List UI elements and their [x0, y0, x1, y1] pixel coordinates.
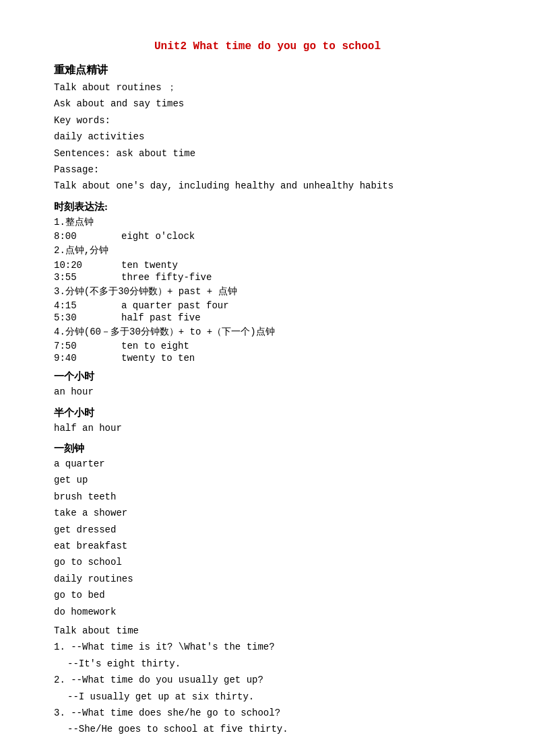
time-example-2a: 10:20 ten twenty	[54, 260, 481, 271]
time-expression-heading: 时刻表达法:	[54, 201, 481, 213]
dialogue-1-question: 1. --What time is it? \What's the time?	[54, 640, 481, 654]
dialogue-3: 3. --What time does she/he go to school?…	[54, 706, 481, 737]
vocab-item-4: get dressed	[54, 522, 481, 537]
vocab-item-3: take a shower	[54, 506, 481, 520]
time-example-3a: 4:15 a quarter past four	[54, 300, 481, 311]
time-section-1-label: 1.整点钟	[54, 215, 481, 230]
vocab-chinese-2: 半个小时	[54, 407, 481, 419]
dialogue-1: 1. --What time is it? \What's the time? …	[54, 640, 481, 671]
intro-line-1: Talk about routines ；	[54, 80, 481, 95]
intro-line-3: Key words:	[54, 113, 481, 128]
time-example-2b: 3:55 three fifty-five	[54, 272, 481, 283]
time-example-4b: 9:40 twenty to ten	[54, 353, 481, 364]
dialogue-2-answer: --I usually get up at six thirty.	[67, 689, 481, 704]
dialogue-3-question: 3. --What time does she/he go to school?	[54, 706, 481, 720]
intro-line-7: Talk about one's day, including healthy …	[54, 178, 481, 193]
intro-line-4: daily activities	[54, 129, 481, 144]
vocab-item-8: go to bed	[54, 588, 481, 603]
dialogue-2-question: 2. --What time do you usually get up?	[54, 673, 481, 687]
time-section-2-label: 2.点钟,分钟	[54, 243, 481, 258]
intro-line-2: Ask about and say times	[54, 96, 481, 111]
vocab-item-6: go to school	[54, 555, 481, 570]
vocab-item-9: do homework	[54, 605, 481, 619]
dialogue-2: 2. --What time do you usually get up? --…	[54, 673, 481, 704]
vocab-item-7: daily routines	[54, 572, 481, 586]
talk-about-time-label: Talk about time	[54, 623, 481, 638]
vocab-english-2: half an hour	[54, 421, 481, 436]
section-heading: 重难点精讲	[54, 63, 481, 77]
dialogue-1-answer: --It's eight thirty.	[67, 656, 481, 671]
vocab-chinese-3: 一刻钟	[54, 442, 481, 455]
intro-line-6: Passage:	[54, 162, 481, 177]
dialogue-3-answer: --She/He goes to school at five thirty.	[67, 722, 481, 736]
intro-lines: Talk about routines ； Ask about and say …	[54, 80, 481, 194]
page-title: Unit2 What time do you go to school	[54, 40, 481, 53]
vocab-item-2: brush teeth	[54, 489, 481, 504]
vocab-english-1: an hour	[54, 384, 481, 399]
time-section-3-label: 3.分钟(不多于30分钟数）+ past + 点钟	[54, 284, 481, 299]
vocab-item-5: eat breakfast	[54, 539, 481, 553]
vocab-item-1: get up	[54, 473, 481, 487]
time-example-3b: 5:30 half past five	[54, 312, 481, 323]
intro-line-5: Sentences: ask about time	[54, 146, 481, 161]
time-example-1: 8:00 eight o'clock	[54, 231, 481, 242]
vocab-english-3: a quarter	[54, 456, 481, 471]
vocab-chinese-1: 一个小时	[54, 370, 481, 383]
time-section-4-label: 4.分钟(60－多于30分钟数）+ to +（下一个)点钟	[54, 324, 481, 339]
time-example-4a: 7:50 ten to eight	[54, 341, 481, 351]
